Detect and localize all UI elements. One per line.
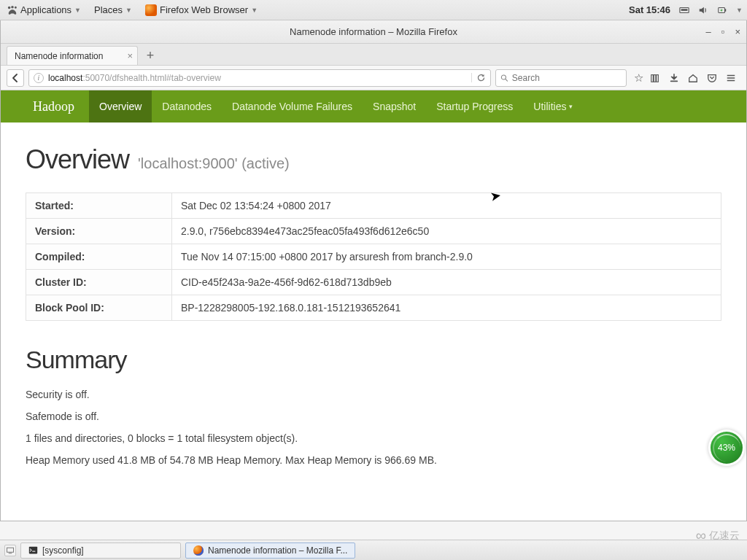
svg-rect-6 xyxy=(654,74,656,82)
summary-line: 1 files and directories, 0 blocks = 1 to… xyxy=(26,432,721,444)
url-path: :50070/dfshealth.html#tab-overview xyxy=(82,73,220,83)
page-viewport[interactable]: Hadoop Overview Datanodes Datanode Volum… xyxy=(1,90,746,521)
table-row: Compiled:Tue Nov 14 07:15:00 +0800 2017 … xyxy=(26,244,721,270)
nav-utilities[interactable]: Utilities▾ xyxy=(523,90,583,122)
arrow-left-icon xyxy=(11,74,20,82)
home-icon[interactable] xyxy=(688,73,703,83)
table-row: Version:2.9.0, r756ebc8394e473ac25feac05… xyxy=(26,219,721,244)
desktop-icon xyxy=(6,546,15,555)
gnome-top-bar: Applications ▼ Places ▼ Firefox Web Brow… xyxy=(0,0,747,20)
nav-snapshot[interactable]: Snapshot xyxy=(363,90,426,122)
terminal-icon xyxy=(28,545,38,555)
dropdown-icon: ▼ xyxy=(125,7,132,14)
svg-rect-9 xyxy=(29,547,37,554)
back-button[interactable] xyxy=(7,69,24,87)
system-menu-dropdown-icon[interactable]: ▼ xyxy=(736,7,743,14)
minimize-button[interactable]: – xyxy=(706,26,711,37)
taskbar-label: [sysconfig] xyxy=(42,545,84,556)
window-title: Namenode information – Mozilla Firefox xyxy=(290,26,457,37)
info-label: Block Pool ID: xyxy=(26,295,172,321)
svg-rect-5 xyxy=(651,74,654,82)
nav-datanodes[interactable]: Datanodes xyxy=(152,90,222,122)
taskbar-label: Namenode information – Mozilla F... xyxy=(208,545,347,556)
info-label: Version: xyxy=(26,219,172,244)
downloads-icon[interactable] xyxy=(669,73,684,83)
nav-volume-failures[interactable]: Datanode Volume Failures xyxy=(222,90,363,122)
table-row: Cluster ID:CID-e45f243a-9a2e-456f-9d62-6… xyxy=(26,270,721,295)
overview-info-table: Started:Sat Dec 02 13:54:24 +0800 2017 V… xyxy=(26,192,721,321)
info-label: Compiled: xyxy=(26,244,172,270)
svg-rect-8 xyxy=(7,548,14,552)
url-host: localhost xyxy=(48,73,82,83)
taskbar-item-sysconfig[interactable]: [sysconfig] xyxy=(20,542,181,559)
foot-icon xyxy=(7,5,18,15)
new-tab-button[interactable]: + xyxy=(141,46,160,65)
info-value: Tue Nov 14 07:15:00 +0800 2017 by arsure… xyxy=(172,244,721,270)
search-box[interactable] xyxy=(495,69,627,87)
library-icon[interactable] xyxy=(650,73,665,83)
firefox-icon xyxy=(193,545,204,556)
summary-line: Safemode is off. xyxy=(26,411,721,422)
dropdown-icon: ▼ xyxy=(251,7,258,14)
active-app-menu[interactable]: Firefox Web Browser ▼ xyxy=(142,3,260,18)
brand-link[interactable]: Hadoop xyxy=(23,90,89,122)
summary-line: Heap Memory used 41.8 MB of 54.78 MB Hea… xyxy=(26,454,721,466)
svg-rect-1 xyxy=(681,9,688,11)
summary-body: Security is off. Safemode is off. 1 file… xyxy=(26,389,721,466)
taskbar-item-firefox[interactable]: Namenode information – Mozilla F... xyxy=(185,542,355,559)
battery-icon[interactable] xyxy=(717,5,727,15)
page-content: Overview 'localhost:9000' (active) Start… xyxy=(1,122,746,498)
search-icon xyxy=(500,74,508,82)
clock[interactable]: Sat 15:46 xyxy=(629,4,670,15)
info-value: 2.9.0, r756ebc8394e473ac25feac05fa493f6d… xyxy=(172,219,721,244)
browser-tab[interactable]: Namenode information × xyxy=(7,46,138,65)
svg-point-4 xyxy=(501,74,506,79)
summary-heading: Summary xyxy=(26,346,721,374)
dropdown-icon: ▼ xyxy=(74,7,81,14)
tab-title: Namenode information xyxy=(15,51,103,61)
overview-heading-text: Overview xyxy=(26,144,129,175)
progress-badge-text: 43% xyxy=(718,443,735,453)
firefox-icon xyxy=(145,4,157,16)
reload-button[interactable] xyxy=(471,73,486,82)
search-input[interactable] xyxy=(512,73,622,83)
info-value: BP-1228298005-192.168.0.181-151219365264… xyxy=(172,295,721,321)
bookmark-star-icon[interactable]: ☆ xyxy=(631,71,646,85)
applications-menu[interactable]: Applications ▼ xyxy=(4,3,84,17)
overview-heading: Overview 'localhost:9000' (active) xyxy=(26,144,721,175)
info-value: CID-e45f243a-9a2e-456f-9d62-618d713db9eb xyxy=(172,270,721,295)
places-label: Places xyxy=(94,4,123,15)
navigation-toolbar: i localhost:50070/dfshealth.html#tab-ove… xyxy=(1,66,746,90)
info-label: Started: xyxy=(26,193,172,219)
close-button[interactable]: × xyxy=(735,26,740,37)
tab-strip: Namenode information × + xyxy=(1,44,746,66)
volume-icon[interactable] xyxy=(698,5,708,15)
progress-badge[interactable]: 43% xyxy=(711,432,743,464)
gnome-taskbar: [sysconfig] Namenode information – Mozil… xyxy=(0,540,747,560)
svg-rect-3 xyxy=(725,9,726,12)
keyboard-icon[interactable] xyxy=(679,5,689,15)
pocket-icon[interactable] xyxy=(707,73,721,83)
site-info-icon[interactable]: i xyxy=(34,73,44,83)
places-menu[interactable]: Places ▼ xyxy=(91,3,135,17)
info-value: Sat Dec 02 13:54:24 +0800 2017 xyxy=(172,193,721,219)
maximize-button[interactable]: ▫ xyxy=(721,26,725,37)
active-app-label: Firefox Web Browser xyxy=(160,4,248,15)
tab-close-icon[interactable]: × xyxy=(127,50,133,61)
table-row: Started:Sat Dec 02 13:54:24 +0800 2017 xyxy=(26,193,721,219)
show-desktop-button[interactable] xyxy=(4,545,16,556)
table-row: Block Pool ID:BP-1228298005-192.168.0.18… xyxy=(26,295,721,321)
address-bar[interactable]: i localhost:50070/dfshealth.html#tab-ove… xyxy=(28,69,491,87)
applications-label: Applications xyxy=(20,4,71,15)
svg-rect-7 xyxy=(657,74,659,82)
window-titlebar[interactable]: Namenode information – Mozilla Firefox –… xyxy=(1,20,746,44)
overview-subheading: 'localhost:9000' (active) xyxy=(138,155,290,172)
hamburger-menu-icon[interactable] xyxy=(726,73,740,83)
info-label: Cluster ID: xyxy=(26,270,172,295)
nav-overview[interactable]: Overview xyxy=(89,90,152,122)
caret-down-icon: ▾ xyxy=(569,103,573,110)
hadoop-navbar: Hadoop Overview Datanodes Datanode Volum… xyxy=(1,90,746,122)
nav-startup-progress[interactable]: Startup Progress xyxy=(426,90,523,122)
firefox-window: Namenode information – Mozilla Firefox –… xyxy=(0,20,747,521)
summary-line: Security is off. xyxy=(26,389,721,400)
